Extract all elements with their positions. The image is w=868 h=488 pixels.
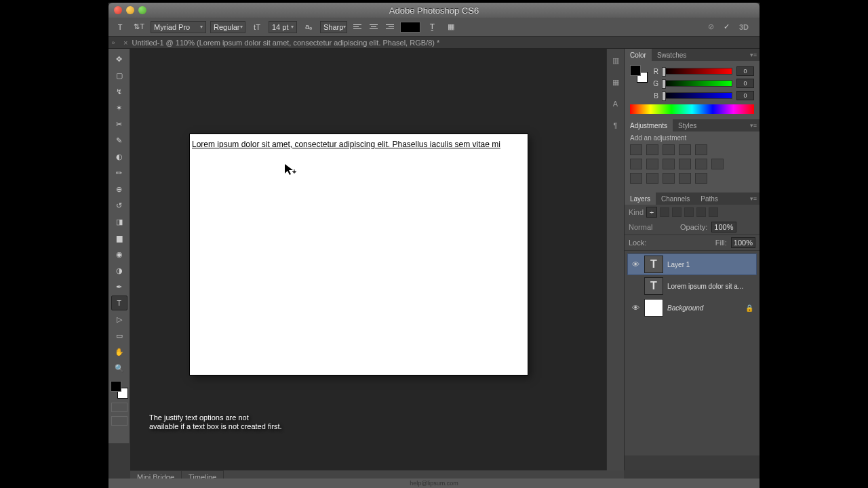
adj-lookup-icon[interactable] bbox=[711, 159, 724, 169]
align-left-button[interactable] bbox=[351, 21, 363, 33]
layer-name[interactable]: Layer 1 bbox=[667, 261, 690, 268]
window-minimize-button[interactable] bbox=[126, 6, 134, 14]
filter-pixel-icon[interactable] bbox=[660, 207, 669, 217]
type-tool-icon[interactable]: T bbox=[111, 296, 127, 310]
gradient-tool-icon[interactable]: ▆ bbox=[111, 230, 127, 245]
cancel-icon[interactable]: ⊘ bbox=[708, 22, 714, 31]
filter-adjust-icon[interactable] bbox=[672, 207, 682, 217]
adj-posterize-icon[interactable] bbox=[646, 173, 658, 184]
paragraph-icon[interactable]: ¶ bbox=[610, 119, 622, 131]
blend-mode-select[interactable]: Normal bbox=[629, 223, 676, 231]
healing-tool-icon[interactable]: ◐ bbox=[111, 149, 127, 164]
zoom-tool-icon[interactable]: 🔍 bbox=[111, 361, 127, 375]
adj-exposure-icon[interactable] bbox=[679, 144, 691, 155]
orientation-icon[interactable]: ⇅T bbox=[132, 20, 146, 35]
brush-tool-icon[interactable]: ✏ bbox=[111, 165, 127, 180]
adj-mixer-icon[interactable] bbox=[695, 159, 707, 169]
filter-type-icon[interactable] bbox=[684, 207, 694, 217]
visibility-toggle-icon[interactable]: 👁 bbox=[631, 260, 640, 268]
panel-menu-icon[interactable]: ▾≡ bbox=[747, 52, 760, 58]
opacity-value[interactable]: 100% bbox=[711, 222, 736, 232]
tab-adjustments[interactable]: Adjustments bbox=[625, 119, 673, 131]
lasso-tool-icon[interactable]: ↯ bbox=[111, 84, 127, 99]
adj-selective-icon[interactable] bbox=[695, 173, 707, 184]
panel-menu-icon[interactable]: ▾≡ bbox=[747, 195, 760, 202]
adj-photo-filter-icon[interactable] bbox=[679, 159, 691, 169]
align-center-button[interactable] bbox=[368, 21, 380, 33]
fill-value[interactable]: 100% bbox=[731, 237, 755, 248]
tab-layers[interactable]: Layers bbox=[625, 192, 656, 205]
pen-tool-icon[interactable]: ✒ bbox=[111, 279, 127, 294]
eyedropper-tool-icon[interactable]: ✎ bbox=[111, 133, 127, 148]
adj-hue-icon[interactable] bbox=[630, 159, 642, 169]
filter-shape-icon[interactable] bbox=[696, 207, 706, 217]
align-right-button[interactable] bbox=[384, 21, 396, 33]
dodge-tool-icon[interactable]: ◑ bbox=[111, 263, 127, 278]
navigator-icon[interactable]: ▦ bbox=[610, 76, 622, 88]
r-value[interactable]: 0 bbox=[736, 66, 754, 76]
r-slider[interactable] bbox=[663, 68, 732, 75]
tab-color[interactable]: Color bbox=[625, 49, 652, 61]
move-tool-icon[interactable]: ✥ bbox=[111, 52, 127, 66]
layer-item[interactable]: T Lorem ipsum dolor sit a... bbox=[627, 275, 757, 297]
canvas-text-content[interactable]: Lorem ipsum dolor sit amet, consectetur … bbox=[192, 140, 585, 149]
adj-balance-icon[interactable] bbox=[646, 159, 658, 169]
canvas-area[interactable]: Lorem ipsum dolor sit amet, consectetur … bbox=[130, 49, 624, 470]
hand-tool-icon[interactable]: ✋ bbox=[111, 344, 127, 359]
layer-item[interactable]: 👁 T Layer 1 bbox=[627, 253, 757, 275]
font-weight-select[interactable]: Regular▾ bbox=[210, 21, 245, 33]
filter-kind-select[interactable]: ÷ bbox=[646, 207, 657, 218]
tab-paths[interactable]: Paths bbox=[695, 192, 724, 205]
screen-mode-icon[interactable] bbox=[111, 416, 127, 426]
3d-button[interactable]: 3D bbox=[739, 23, 749, 31]
close-tab-icon[interactable]: × bbox=[123, 39, 127, 47]
foreground-background-color[interactable] bbox=[111, 381, 128, 399]
panels-toggle-icon[interactable]: ▦ bbox=[443, 20, 458, 35]
adj-invert-icon[interactable] bbox=[630, 173, 642, 184]
g-slider[interactable] bbox=[663, 80, 732, 87]
adj-vibrance-icon[interactable] bbox=[695, 144, 707, 155]
document-tab[interactable]: × Untitled-1 @ 110% (Lorem ipsum dolor s… bbox=[118, 37, 445, 48]
path-select-tool-icon[interactable]: ▷ bbox=[111, 312, 127, 327]
tab-styles[interactable]: Styles bbox=[673, 119, 702, 131]
tab-expand-icon[interactable]: » bbox=[108, 39, 118, 46]
window-close-button[interactable] bbox=[114, 6, 122, 14]
eraser-tool-icon[interactable]: ◨ bbox=[111, 214, 127, 229]
g-value[interactable]: 0 bbox=[736, 79, 754, 88]
text-color-swatch[interactable] bbox=[400, 22, 420, 33]
adj-bw-icon[interactable] bbox=[663, 159, 675, 169]
font-family-select[interactable]: Myriad Pro▾ bbox=[151, 21, 206, 33]
adj-threshold-icon[interactable] bbox=[663, 173, 675, 184]
foreground-color-swatch[interactable] bbox=[111, 381, 121, 392]
window-maximize-button[interactable] bbox=[138, 6, 146, 14]
type-tool-icon[interactable]: T bbox=[113, 20, 127, 35]
artboard[interactable]: Lorem ipsum dolor sit amet, consectetur … bbox=[190, 134, 528, 375]
marquee-tool-icon[interactable]: ▢ bbox=[111, 68, 127, 83]
tab-swatches[interactable]: Swatches bbox=[652, 49, 692, 61]
layer-item[interactable]: 👁 Background 🔒 bbox=[627, 297, 757, 319]
adj-levels-icon[interactable] bbox=[646, 144, 658, 155]
panel-menu-icon[interactable]: ▾≡ bbox=[747, 122, 760, 129]
quick-select-tool-icon[interactable]: ✶ bbox=[111, 100, 127, 115]
character-icon[interactable]: A bbox=[610, 98, 622, 110]
layer-name[interactable]: Lorem ipsum dolor sit a... bbox=[667, 283, 743, 290]
font-size-select[interactable]: 14 pt▾ bbox=[269, 21, 297, 33]
adj-gradient-map-icon[interactable] bbox=[679, 173, 691, 184]
stamp-tool-icon[interactable]: ⊕ bbox=[111, 182, 127, 197]
filter-smart-icon[interactable] bbox=[709, 207, 718, 217]
visibility-toggle-icon[interactable]: 👁 bbox=[631, 304, 640, 312]
b-value[interactable]: 0 bbox=[736, 91, 754, 100]
b-slider[interactable] bbox=[663, 92, 732, 99]
antialias-select[interactable]: Sharp▾ bbox=[320, 21, 347, 33]
warp-text-icon[interactable]: Ṯ bbox=[425, 20, 439, 35]
histogram-icon[interactable]: ▥ bbox=[610, 54, 622, 66]
crop-tool-icon[interactable]: ✂ bbox=[111, 117, 127, 131]
blur-tool-icon[interactable]: ◉ bbox=[111, 247, 127, 262]
adj-curves-icon[interactable] bbox=[663, 144, 675, 155]
layer-name[interactable]: Background bbox=[667, 304, 703, 312]
tab-channels[interactable]: Channels bbox=[656, 192, 695, 205]
spectrum-picker[interactable] bbox=[630, 104, 754, 114]
quick-mask-icon[interactable] bbox=[111, 403, 127, 412]
shape-tool-icon[interactable]: ▭ bbox=[111, 328, 127, 343]
history-brush-tool-icon[interactable]: ↺ bbox=[111, 198, 127, 213]
